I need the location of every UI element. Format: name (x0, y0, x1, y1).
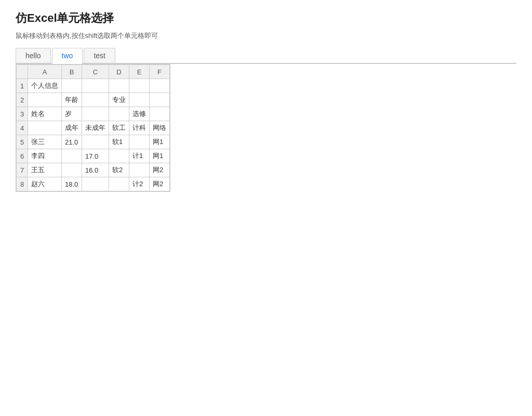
cell-r5-c5[interactable]: 网1 (150, 135, 170, 149)
table-row: 2年龄专业 (17, 93, 170, 107)
tab-two[interactable]: two (52, 48, 83, 64)
cell-r5-c4[interactable] (129, 135, 150, 149)
cell-r3-c2[interactable] (82, 107, 109, 121)
col-header-f: F (150, 65, 170, 79)
cell-r7-c4[interactable] (129, 163, 150, 177)
cell-r1-c1[interactable] (62, 79, 82, 93)
cell-r2-c3[interactable]: 专业 (109, 93, 129, 107)
cell-r6-c5[interactable]: 网1 (150, 149, 170, 163)
col-header-c: C (82, 65, 109, 79)
cell-r1-c2[interactable] (82, 79, 109, 93)
cell-r7-c3[interactable]: 软2 (109, 163, 129, 177)
cell-r3-c1[interactable]: 岁 (62, 107, 82, 121)
excel-table: A B C D E F 1个人信息2年龄专业3姓名岁选修4成年未成年软工计科网络… (16, 64, 170, 191)
cell-r2-c1[interactable]: 年龄 (62, 93, 82, 107)
table-row: 5张三21.0软1网1 (17, 135, 170, 149)
cell-r3-c3[interactable] (109, 107, 129, 121)
tab-test[interactable]: test (84, 48, 115, 63)
cell-r5-c0[interactable]: 张三 (28, 135, 62, 149)
cell-r8-c5[interactable]: 网2 (150, 177, 170, 191)
row-header-5: 5 (17, 135, 28, 149)
page-title: 仿Excel单元格选择 (16, 10, 516, 26)
table-row: 3姓名岁选修 (17, 107, 170, 121)
cell-r4-c1[interactable]: 成年 (62, 121, 82, 135)
cell-r4-c3[interactable]: 软工 (109, 121, 129, 135)
cell-r5-c2[interactable] (82, 135, 109, 149)
cell-r5-c3[interactable]: 软1 (109, 135, 129, 149)
col-header-row: A B C D E F (17, 65, 170, 79)
cell-r4-c4[interactable]: 计科 (129, 121, 150, 135)
cell-r8-c0[interactable]: 赵六 (28, 177, 62, 191)
row-header-8: 8 (17, 177, 28, 191)
cell-r3-c5[interactable] (150, 107, 170, 121)
cell-r6-c0[interactable]: 李四 (28, 149, 62, 163)
cell-r2-c2[interactable] (82, 93, 109, 107)
cell-r1-c3[interactable] (109, 79, 129, 93)
cell-r2-c5[interactable] (150, 93, 170, 107)
table-row: 7王五16.0软2网2 (17, 163, 170, 177)
row-header-4: 4 (17, 121, 28, 135)
cell-r6-c4[interactable]: 计1 (129, 149, 150, 163)
cell-r6-c1[interactable] (62, 149, 82, 163)
col-header-b: B (62, 65, 82, 79)
corner-cell (17, 65, 28, 79)
cell-r7-c2[interactable]: 16.0 (82, 163, 109, 177)
col-header-d: D (109, 65, 129, 79)
cell-r2-c4[interactable] (129, 93, 150, 107)
cell-r3-c4[interactable]: 选修 (129, 107, 150, 121)
cell-r8-c2[interactable] (82, 177, 109, 191)
cell-r8-c1[interactable]: 18.0 (62, 177, 82, 191)
cell-r2-c0[interactable] (28, 93, 62, 107)
cell-r1-c4[interactable] (129, 79, 150, 93)
cell-r7-c5[interactable]: 网2 (150, 163, 170, 177)
tab-hello[interactable]: hello (16, 48, 51, 63)
cell-r8-c3[interactable] (109, 177, 129, 191)
table-row: 6李四17.0计1网1 (17, 149, 170, 163)
tab-bar: hello two test (16, 48, 516, 64)
cell-r4-c0[interactable] (28, 121, 62, 135)
table-row: 4成年未成年软工计科网络 (17, 121, 170, 135)
cell-r5-c1[interactable]: 21.0 (62, 135, 82, 149)
cell-r4-c2[interactable]: 未成年 (82, 121, 109, 135)
cell-r1-c0[interactable]: 个人信息 (28, 79, 62, 93)
cell-r3-c0[interactable]: 姓名 (28, 107, 62, 121)
row-header-3: 3 (17, 107, 28, 121)
cell-r7-c1[interactable] (62, 163, 82, 177)
row-header-1: 1 (17, 79, 28, 93)
excel-table-container: A B C D E F 1个人信息2年龄专业3姓名岁选修4成年未成年软工计科网络… (16, 64, 170, 192)
cell-r1-c5[interactable] (150, 79, 170, 93)
cell-r6-c2[interactable]: 17.0 (82, 149, 109, 163)
row-header-7: 7 (17, 163, 28, 177)
row-header-6: 6 (17, 149, 28, 163)
cell-r7-c0[interactable]: 王五 (28, 163, 62, 177)
page-subtitle: 鼠标移动到表格内,按住shift选取两个单元格即可 (16, 31, 516, 41)
cell-r6-c3[interactable] (109, 149, 129, 163)
cell-r8-c4[interactable]: 计2 (129, 177, 150, 191)
col-header-a: A (28, 65, 62, 79)
row-header-2: 2 (17, 93, 28, 107)
table-row: 8赵六18.0计2网2 (17, 177, 170, 191)
col-header-e: E (129, 65, 150, 79)
table-row: 1个人信息 (17, 79, 170, 93)
cell-r4-c5[interactable]: 网络 (150, 121, 170, 135)
